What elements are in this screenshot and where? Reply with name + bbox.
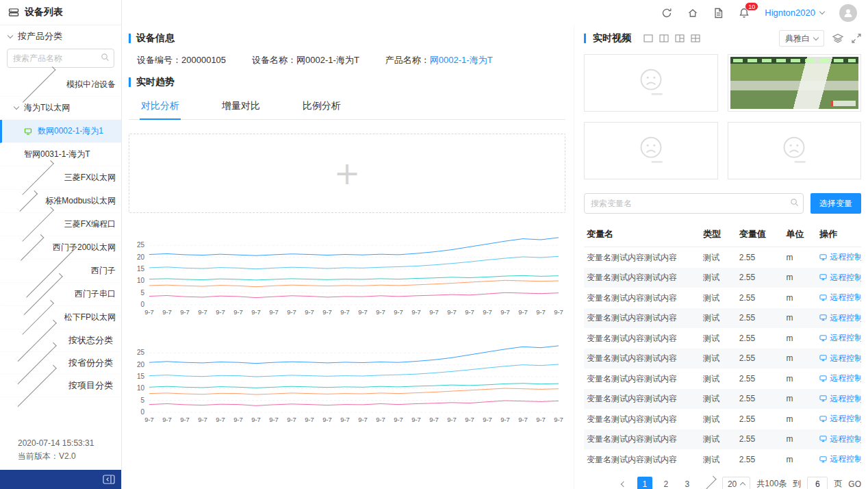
tree-item[interactable]: 三菱FX编程口: [0, 213, 121, 236]
tree-item[interactable]: 模拟中冶设备: [0, 73, 121, 97]
chevron-down-icon: [14, 104, 19, 110]
svg-text:9-7: 9-7: [322, 416, 332, 423]
center-panel: 设备信息 设备编号：200000105设备名称：网0002-1-海为T产品名称：…: [122, 25, 574, 489]
sidebar-groups: 按状态分类按省份分类按项目分类: [0, 329, 121, 397]
remote-control-link[interactable]: 远程控制: [819, 394, 861, 403]
tree-item[interactable]: 标准Modbus以太网: [0, 190, 121, 213]
remote-control-icon: [819, 375, 827, 382]
svg-text:9-7: 9-7: [465, 416, 474, 423]
cell-type: 测试: [700, 268, 737, 288]
field-value[interactable]: 网0002-1-海为T: [430, 55, 493, 65]
remote-control-link[interactable]: 远程控制: [819, 252, 861, 262]
svg-text:9-7: 9-7: [216, 308, 225, 316]
tab-对比分析[interactable]: 对比分析: [140, 94, 181, 120]
video-cell-empty[interactable]: [584, 54, 718, 112]
page-button-3[interactable]: 3: [680, 477, 695, 489]
bell-icon[interactable]: 10: [739, 8, 750, 18]
layout-split-icon[interactable]: [659, 34, 669, 42]
table-row: 变量名测试内容测试内容测试2.55m远程控制: [584, 389, 861, 410]
remote-control-link[interactable]: 远程控制: [819, 454, 861, 464]
video-cell-empty[interactable]: [728, 122, 862, 179]
remote-control-link[interactable]: 远程控制: [819, 273, 861, 282]
refresh-icon[interactable]: [661, 8, 672, 18]
cell-action: 远程控制: [817, 389, 861, 410]
remote-control-icon: [819, 314, 827, 321]
remote-control-link[interactable]: 远程控制: [819, 414, 861, 423]
device-info-fields: 设备编号：200000105设备名称：网0002-1-海为T产品名称：网0002…: [129, 47, 565, 73]
table-row: 变量名测试内容测试内容测试2.55m远程控制: [584, 368, 861, 389]
timestamp: 2020-07-14 15:53:31: [18, 437, 121, 450]
tree-item[interactable]: 海为T以太网: [0, 97, 121, 120]
svg-text:9-7: 9-7: [376, 416, 385, 423]
cell-unit: m: [784, 409, 817, 429]
tree-item-label: 西门子: [91, 265, 116, 277]
video-header: 实时视频: [584, 29, 861, 47]
cell-action: 远程控制: [817, 247, 861, 268]
cell-value: 2.55: [737, 449, 784, 470]
user-menu[interactable]: Hignton2020: [765, 8, 824, 18]
video-cell-empty[interactable]: [584, 122, 718, 179]
collapse-sidebar-icon[interactable]: [103, 475, 115, 484]
tree-item-label: 三菱FX以太网: [64, 172, 116, 184]
remote-control-link[interactable]: 远程控制: [819, 434, 861, 444]
search-icon[interactable]: [101, 53, 110, 62]
video-cell-live[interactable]: [728, 54, 862, 112]
main-area: 10 Hignton2020 设备信息 设备编号：200000105设备名称：网…: [122, 0, 868, 489]
sidebar-group-products[interactable]: 按产品分类: [0, 25, 121, 47]
variable-search-input[interactable]: [584, 193, 804, 214]
home-icon[interactable]: [687, 8, 698, 18]
video-osd-text: [733, 59, 856, 62]
svg-text:5: 5: [140, 289, 144, 297]
search-icon[interactable]: [790, 198, 799, 207]
tree-item[interactable]: 数网0002-1-海为1: [0, 120, 121, 143]
svg-text:9-7: 9-7: [376, 308, 385, 316]
field-value: 200000105: [181, 55, 226, 65]
svg-text:9-7: 9-7: [287, 308, 296, 316]
table-row: 变量名测试内容测试内容测试2.55m远程控制: [584, 328, 861, 349]
next-page-button[interactable]: [701, 477, 716, 489]
go-button[interactable]: GO: [848, 479, 861, 489]
tab-增量对比[interactable]: 增量对比: [220, 94, 261, 120]
document-icon[interactable]: [713, 8, 724, 18]
product-search-input[interactable]: [7, 49, 114, 68]
svg-text:9-7: 9-7: [340, 416, 350, 423]
page-size-select[interactable]: 20: [722, 477, 750, 489]
table-row: 变量名测试内容测试内容测试2.55m远程控制: [584, 288, 861, 308]
remote-control-link[interactable]: 远程控制: [819, 353, 861, 363]
page-button-1[interactable]: 1: [637, 477, 652, 489]
svg-text:9-7: 9-7: [305, 308, 314, 316]
layout-single-icon[interactable]: [643, 34, 653, 42]
tree-item[interactable]: 西门子: [0, 260, 121, 283]
column-header: 单位: [784, 222, 817, 247]
remote-control-link[interactable]: 远程控制: [819, 373, 861, 383]
remote-control-link[interactable]: 远程控制: [819, 313, 861, 323]
plus-icon: +: [334, 161, 361, 186]
remote-control-link[interactable]: 远程控制: [819, 333, 861, 342]
cell-value: 2.55: [737, 349, 784, 369]
cell-action: 远程控制: [817, 429, 861, 450]
fullscreen-icon[interactable]: [852, 34, 861, 43]
cell-type: 测试: [700, 429, 737, 450]
theme-select[interactable]: 典雅白: [779, 30, 824, 47]
remote-control-link[interactable]: 远程控制: [819, 292, 861, 302]
svg-text:9-7: 9-7: [216, 416, 225, 423]
tree-item[interactable]: 三菱FX以太网: [0, 166, 121, 190]
line-chart-svg: 05101520259-79-79-79-79-79-79-79-79-79-7…: [129, 228, 565, 318]
tree-item[interactable]: 西门子串口: [0, 283, 121, 306]
select-variable-button[interactable]: 选择变量: [810, 193, 861, 214]
sidebar-group[interactable]: 按状态分类: [0, 329, 121, 352]
layers-icon[interactable]: [832, 34, 843, 43]
svg-text:15: 15: [137, 265, 145, 273]
prev-page-button[interactable]: [616, 477, 631, 489]
page-button-2[interactable]: 2: [659, 477, 674, 489]
remote-control-icon: [819, 394, 827, 402]
page-jump-input[interactable]: [807, 477, 828, 489]
avatar[interactable]: [839, 4, 857, 22]
add-chart-dropzone[interactable]: +: [129, 134, 565, 213]
tree-item[interactable]: 松下FP以太网: [0, 306, 121, 329]
cell-type: 测试: [700, 409, 737, 429]
layout-three-icon[interactable]: [675, 34, 685, 42]
tree-item[interactable]: 智网0031-1-海为T: [0, 143, 121, 166]
layout-grid-icon[interactable]: [691, 34, 700, 42]
tab-比例分析[interactable]: 比例分析: [301, 94, 342, 120]
